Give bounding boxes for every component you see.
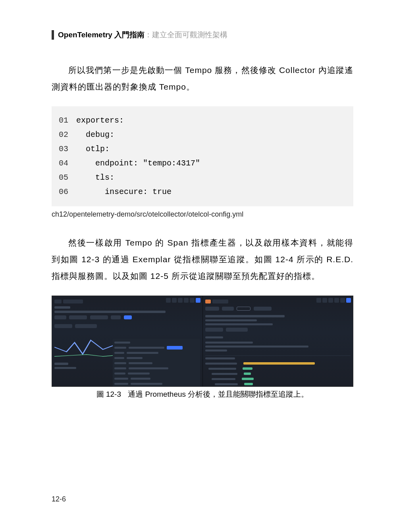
code-line-number: 05 <box>59 171 76 185</box>
code-block: 01exporters: 02 debug: 03 otlp: 04 endpo… <box>52 106 353 206</box>
figure-right-panel-tempo <box>203 296 353 386</box>
option-chip[interactable] <box>69 315 87 319</box>
figure-caption-text: 通過 Prometheus 分析後，並且能關聯指標至追蹤上。 <box>128 390 308 398</box>
table-row-count <box>54 367 76 369</box>
query-inspector-chip[interactable] <box>75 324 97 328</box>
code-caption: ch12/opentelemetry-demo/src/otelcollecto… <box>52 210 353 219</box>
trace-meta <box>205 346 308 348</box>
span-name[interactable] <box>212 373 237 375</box>
service-graph-tab[interactable] <box>254 307 272 311</box>
figure-12-3: 圖 12-3 通過 Prometheus 分析後，並且能關聯指標至追蹤上。 <box>52 296 353 399</box>
page-header: OpenTelemetry 入門指南 ：建立全面可觀測性架構 <box>52 30 353 40</box>
code-line-text: otlp: <box>76 144 110 154</box>
toolbar-add-dashboard-button[interactable] <box>172 298 177 303</box>
trace-id-field[interactable] <box>205 315 285 317</box>
figure-left-panel-prometheus <box>52 296 203 386</box>
exemplar-field-label <box>114 347 126 349</box>
exemplar-field-label <box>114 362 126 364</box>
exemplar-field-value <box>131 383 162 385</box>
span-bar <box>242 378 254 380</box>
exemplar-field-value <box>127 352 158 354</box>
exemplar-field-label <box>114 378 128 380</box>
code-line-number: 04 <box>59 156 76 171</box>
option-chip-active[interactable] <box>124 315 132 319</box>
toolbar-add-dashboard-button[interactable] <box>322 298 327 303</box>
paragraph-2: 然後一樣啟用 Tempo 的 Span 指標產生器，以及啟用樣本資料，就能得到如… <box>52 234 353 284</box>
span-name[interactable] <box>212 378 235 380</box>
node-graph-label <box>205 336 223 338</box>
code-line-text: endpoint: "tempo:4317" <box>76 159 200 168</box>
query-input[interactable] <box>54 311 166 313</box>
toolbar-explore-button[interactable] <box>166 298 171 303</box>
span-filters-label <box>205 350 227 351</box>
service-operation-header <box>205 357 235 359</box>
exemplar-field-value <box>127 357 143 359</box>
span-name[interactable] <box>215 383 238 385</box>
code-line-text: exporters: <box>76 116 124 125</box>
span-bar <box>243 362 315 365</box>
span-name[interactable] <box>208 368 236 370</box>
option-chip[interactable] <box>111 315 121 319</box>
toolbar-run-button[interactable] <box>346 298 351 303</box>
code-line-number: 01 <box>59 113 76 128</box>
figure-screenshot <box>52 296 353 387</box>
code-line-number: 06 <box>59 185 76 199</box>
exemplar-field-value <box>131 378 150 380</box>
span-bar <box>244 373 251 375</box>
exemplar-tooltip <box>113 339 200 387</box>
exemplar-field-label <box>114 367 126 369</box>
page-number: 12-6 <box>52 495 66 503</box>
field-hint <box>205 323 273 325</box>
query-inspector-button[interactable] <box>226 328 248 332</box>
query-history-chip[interactable] <box>54 324 72 328</box>
query-label <box>54 306 70 309</box>
header-title-bold: OpenTelemetry 入門指南 <box>58 30 145 40</box>
option-chip[interactable] <box>90 315 108 319</box>
exemplar-field-value <box>129 367 168 369</box>
exemplar-header <box>114 342 130 344</box>
span-name[interactable] <box>205 363 237 365</box>
query-with-tempo-button[interactable] <box>167 346 183 350</box>
traceid-tab[interactable] <box>237 307 251 311</box>
toolbar-run-button[interactable] <box>196 298 200 303</box>
add-query-button[interactable] <box>205 328 223 332</box>
exemplar-field-value <box>129 347 164 349</box>
prometheus-icon <box>54 300 62 303</box>
prometheus-label <box>63 300 83 303</box>
exemplar-field-label <box>114 352 124 354</box>
paragraph-1: 所以我們第一步是先啟動一個 Tempo 服務，然後修改 Collector 內追… <box>52 62 353 95</box>
field-hint <box>205 319 257 321</box>
figure-number: 圖 12-3 <box>96 390 121 398</box>
toolbar-icon[interactable] <box>328 298 333 303</box>
exemplar-field-value <box>129 362 152 364</box>
option-chip[interactable] <box>54 315 66 319</box>
span-bar <box>243 367 252 370</box>
span-bar <box>244 383 253 385</box>
trace-title <box>205 342 253 344</box>
search-tab[interactable] <box>222 307 234 311</box>
query-type-label <box>205 307 219 311</box>
header-accent-bar <box>52 30 54 40</box>
code-line-text: tls: <box>76 173 114 182</box>
header-title-subtitle: ：建立全面可觀測性架構 <box>145 30 227 40</box>
toolbar-explore-button[interactable] <box>316 298 321 303</box>
exemplar-field-label <box>114 357 124 359</box>
exemplar-field-label <box>114 383 128 385</box>
code-line-number: 02 <box>59 128 76 142</box>
figure-caption: 圖 12-3 通過 Prometheus 分析後，並且能關聯指標至追蹤上。 <box>52 389 353 399</box>
table-section-label <box>54 363 68 365</box>
toolbar-icon[interactable] <box>334 298 339 303</box>
toolbar-icon[interactable] <box>190 298 195 303</box>
tempo-label <box>212 300 228 303</box>
toolbar-icon[interactable] <box>340 298 345 303</box>
exemplar-field-label <box>114 373 125 375</box>
code-line-number: 03 <box>59 142 76 156</box>
exemplar-field-value <box>128 373 150 375</box>
tempo-icon <box>205 300 211 303</box>
code-line-text: debug: <box>76 130 114 139</box>
toolbar-icon[interactable] <box>178 298 183 303</box>
code-line-text: insecure: true <box>76 187 172 196</box>
toolbar-icon[interactable] <box>184 298 189 303</box>
